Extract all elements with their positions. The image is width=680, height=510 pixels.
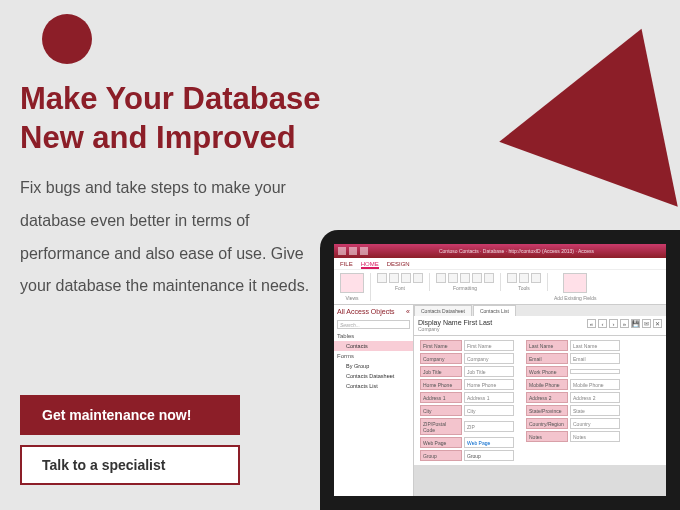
nav-first-icon[interactable]: « bbox=[587, 319, 596, 328]
form-title: Display Name First Last bbox=[418, 319, 492, 326]
nav-cat-forms[interactable]: Forms bbox=[334, 351, 413, 361]
obj-tab-datasheet[interactable]: Contacts Datasheet bbox=[414, 305, 472, 316]
italic-icon[interactable] bbox=[389, 273, 399, 283]
form-label: Company bbox=[418, 326, 492, 332]
cta-primary-button[interactable]: Get maintenance now! bbox=[20, 395, 240, 435]
page-body: Fix bugs and take steps to make your dat… bbox=[20, 172, 330, 303]
field-last-name[interactable]: Last Name bbox=[570, 340, 620, 351]
ribbon-group-views: Views bbox=[345, 295, 358, 301]
field-email[interactable]: Email bbox=[570, 353, 620, 364]
workspace: All Access Objects« Search... Tables Con… bbox=[334, 305, 666, 496]
gridlines-icon[interactable] bbox=[484, 273, 494, 283]
ribbon-tab-design[interactable]: DESIGN bbox=[387, 261, 410, 269]
field-zip[interactable]: ZIP bbox=[464, 421, 514, 432]
label-state: State/Province bbox=[526, 405, 568, 416]
laptop-illustration: Contoso Contacts · Database · http://con… bbox=[320, 230, 680, 510]
nav-item-contacts-list[interactable]: Contacts List bbox=[334, 381, 413, 391]
field-job-title[interactable]: Job Title bbox=[464, 366, 514, 377]
label-zip: ZIP/Postal Code bbox=[420, 418, 462, 435]
ribbon-group-add: Add Existing Fields bbox=[554, 295, 597, 301]
align-left-icon[interactable] bbox=[436, 273, 446, 283]
nav-search[interactable]: Search... bbox=[337, 320, 410, 329]
field-group[interactable]: Group bbox=[464, 450, 514, 461]
nav-cat-tables[interactable]: Tables bbox=[334, 331, 413, 341]
ribbon-group-tools: Tools bbox=[518, 285, 530, 291]
field-mobile-phone[interactable]: Mobile Phone bbox=[570, 379, 620, 390]
cta-group: Get maintenance now! Talk to a specialis… bbox=[20, 395, 240, 485]
field-state[interactable]: State bbox=[570, 405, 620, 416]
ribbon-tab-file[interactable]: FILE bbox=[340, 261, 353, 269]
title-icon[interactable] bbox=[519, 273, 529, 283]
underline-icon[interactable] bbox=[401, 273, 411, 283]
label-first-name: First Name bbox=[420, 340, 462, 351]
mail-icon[interactable]: ✉ bbox=[642, 319, 651, 328]
font-color-icon[interactable] bbox=[413, 273, 423, 283]
nav-next-icon[interactable]: › bbox=[609, 319, 618, 328]
field-first-name[interactable]: First Name bbox=[464, 340, 514, 351]
label-home-phone: Home Phone bbox=[420, 379, 462, 390]
align-right-icon[interactable] bbox=[460, 273, 470, 283]
page-heading: Make Your DatabaseNew and Improved bbox=[20, 80, 320, 158]
nav-item-by-group[interactable]: By Group bbox=[334, 361, 413, 371]
nav-item-contacts[interactable]: Contacts bbox=[334, 341, 413, 351]
nav-prev-icon[interactable]: ‹ bbox=[598, 319, 607, 328]
field-home-phone[interactable]: Home Phone bbox=[464, 379, 514, 390]
qat-save-icon bbox=[349, 247, 357, 255]
form-col-right: Last NameLast Name EmailEmail Work Phone… bbox=[526, 340, 620, 461]
form-col-left: First NameFirst Name CompanyCompany Job … bbox=[420, 340, 514, 461]
label-address2: Address 2 bbox=[526, 392, 568, 403]
alt-color-icon[interactable] bbox=[472, 273, 482, 283]
bold-icon[interactable] bbox=[377, 273, 387, 283]
field-city[interactable]: City bbox=[464, 405, 514, 416]
field-address1[interactable]: Address 1 bbox=[464, 392, 514, 403]
circle-decoration bbox=[42, 14, 92, 64]
field-notes[interactable]: Notes bbox=[570, 431, 620, 442]
nav-header: All Access Objects bbox=[337, 308, 395, 315]
obj-tab-list[interactable]: Contacts List bbox=[473, 305, 516, 316]
ribbon-group-font: Font bbox=[395, 285, 405, 291]
label-company: Company bbox=[420, 353, 462, 364]
views-icon[interactable] bbox=[340, 273, 364, 293]
window-title: Contoso Contacts · Database · http://con… bbox=[439, 248, 594, 254]
nav-last-icon[interactable]: » bbox=[620, 319, 629, 328]
ribbon-tab-home[interactable]: HOME bbox=[361, 261, 379, 269]
field-work-phone[interactable] bbox=[570, 369, 620, 374]
chevron-down-icon[interactable]: « bbox=[406, 308, 410, 315]
field-address2[interactable]: Address 2 bbox=[570, 392, 620, 403]
main-area: Contacts Datasheet Contacts List Display… bbox=[414, 305, 666, 496]
label-group: Group bbox=[420, 450, 462, 461]
label-job-title: Job Title bbox=[420, 366, 462, 377]
field-web-page[interactable]: Web Page bbox=[464, 437, 514, 448]
field-company[interactable]: Company bbox=[464, 353, 514, 364]
cta-secondary-button[interactable]: Talk to a specialist bbox=[20, 445, 240, 485]
label-email: Email bbox=[526, 353, 568, 364]
date-icon[interactable] bbox=[531, 273, 541, 283]
qat-undo-icon bbox=[360, 247, 368, 255]
label-country: Country/Region bbox=[526, 418, 568, 429]
app-screen: Contoso Contacts · Database · http://con… bbox=[334, 244, 666, 496]
add-fields-icon[interactable] bbox=[563, 273, 587, 293]
label-work-phone: Work Phone bbox=[526, 366, 568, 377]
label-last-name: Last Name bbox=[526, 340, 568, 351]
logo-icon[interactable] bbox=[507, 273, 517, 283]
label-web-page: Web Page bbox=[420, 437, 462, 448]
field-country[interactable]: Country bbox=[570, 418, 620, 429]
ribbon-group-formatting: Formatting bbox=[453, 285, 477, 291]
triangle-decoration bbox=[499, 0, 680, 207]
label-address1: Address 1 bbox=[420, 392, 462, 403]
save-icon[interactable]: 💾 bbox=[631, 319, 640, 328]
align-center-icon[interactable] bbox=[448, 273, 458, 283]
app-titlebar: Contoso Contacts · Database · http://con… bbox=[334, 244, 666, 258]
close-icon[interactable]: ✕ bbox=[653, 319, 662, 328]
nav-pane: All Access Objects« Search... Tables Con… bbox=[334, 305, 414, 496]
access-icon bbox=[338, 247, 346, 255]
ribbon: FILE HOME DESIGN Views bbox=[334, 258, 666, 305]
label-notes: Notes bbox=[526, 431, 568, 442]
label-city: City bbox=[420, 405, 462, 416]
laptop-bezel: Contoso Contacts · Database · http://con… bbox=[320, 230, 680, 510]
label-mobile-phone: Mobile Phone bbox=[526, 379, 568, 390]
nav-item-contacts-ds[interactable]: Contacts Datasheet bbox=[334, 371, 413, 381]
